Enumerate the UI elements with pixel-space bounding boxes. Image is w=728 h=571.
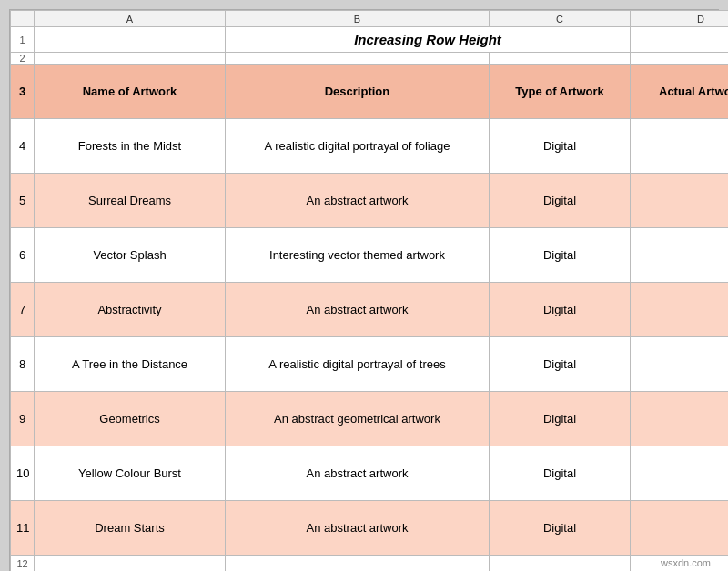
excel-window: A B C D 1 Increasing Row Height 2 bbox=[9, 9, 719, 571]
cell-artwork-5[interactable] bbox=[631, 392, 729, 446]
cell-name-2[interactable]: Vector Splash bbox=[35, 228, 226, 283]
data-header-row: 3 Name of Artwork Description Type of Ar… bbox=[11, 65, 729, 119]
header-name: Name of Artwork bbox=[35, 65, 226, 119]
col-header-d[interactable]: D bbox=[631, 11, 729, 27]
row-num-4: 4 bbox=[11, 119, 35, 174]
title-cell-empty2 bbox=[631, 27, 729, 53]
row-num-11: 11 bbox=[11, 501, 35, 556]
cell-type-5[interactable]: Digital bbox=[490, 392, 631, 446]
row-num-8: 8 bbox=[11, 337, 35, 392]
cell-name-6[interactable]: Yellow Colour Burst bbox=[35, 446, 226, 501]
cell-desc-3[interactable]: An abstract artwork bbox=[226, 283, 490, 337]
cell-type-1[interactable]: Digital bbox=[490, 174, 631, 228]
title-cell: Increasing Row Height bbox=[226, 27, 631, 53]
data-row-7: 7AbstractivityAn abstract artworkDigital bbox=[11, 283, 729, 337]
cell-artwork-0[interactable] bbox=[631, 119, 729, 174]
cell-name-1[interactable]: Surreal Dreams bbox=[35, 174, 226, 228]
spacer-row-2: 2 bbox=[11, 53, 729, 65]
data-row-6: 6Vector SplashInteresting vector themed … bbox=[11, 228, 729, 283]
watermark: wsxdn.com bbox=[661, 557, 711, 568]
column-header-row: A B C D bbox=[11, 11, 729, 27]
bottom-spacer-row: 12 bbox=[11, 556, 729, 572]
cell-artwork-4[interactable] bbox=[631, 337, 729, 392]
data-row-8: 8A Tree in the DistanceA realistic digit… bbox=[11, 337, 729, 392]
cell-type-2[interactable]: Digital bbox=[490, 228, 631, 283]
cell-artwork-3[interactable] bbox=[631, 283, 729, 337]
data-row-11: 11Dream StartsAn abstract artworkDigital bbox=[11, 501, 729, 556]
corner-cell bbox=[11, 11, 35, 27]
cell-artwork-2[interactable] bbox=[631, 228, 729, 283]
cell-artwork-1[interactable] bbox=[631, 174, 729, 228]
cell-desc-4[interactable]: A realistic digital portrayal of trees bbox=[226, 337, 490, 392]
cell-name-0[interactable]: Forests in the Midst bbox=[35, 119, 226, 174]
data-row-10: 10Yellow Colour BurstAn abstract artwork… bbox=[11, 446, 729, 501]
cell-name-3[interactable]: Abstractivity bbox=[35, 283, 226, 337]
data-row-4: 4Forests in the MidstA realistic digital… bbox=[11, 119, 729, 174]
header-type: Type of Artwork bbox=[490, 65, 631, 119]
row-num-10: 10 bbox=[11, 446, 35, 501]
cell-type-7[interactable]: Digital bbox=[490, 501, 631, 556]
row-num-3: 3 bbox=[11, 65, 35, 119]
cell-type-3[interactable]: Digital bbox=[490, 283, 631, 337]
cell-type-0[interactable]: Digital bbox=[490, 119, 631, 174]
row-num-7: 7 bbox=[11, 283, 35, 337]
col-header-b[interactable]: B bbox=[226, 11, 490, 27]
header-artwork: Actual Artwork bbox=[631, 65, 729, 119]
row-num-9: 9 bbox=[11, 392, 35, 446]
cell-desc-0[interactable]: A realistic digital portrayal of foliage bbox=[226, 119, 490, 174]
title-row: 1 Increasing Row Height bbox=[11, 27, 729, 53]
cell-artwork-7[interactable] bbox=[631, 501, 729, 556]
cell-desc-7[interactable]: An abstract artwork bbox=[226, 501, 490, 556]
cell-type-6[interactable]: Digital bbox=[490, 446, 631, 501]
cell-name-5[interactable]: Geometrics bbox=[35, 392, 226, 446]
col-header-a[interactable]: A bbox=[35, 11, 226, 27]
row-num-6: 6 bbox=[11, 228, 35, 283]
col-header-c[interactable]: C bbox=[490, 11, 631, 27]
row-num-1: 1 bbox=[11, 27, 35, 53]
cell-desc-2[interactable]: Interesting vector themed artwork bbox=[226, 228, 490, 283]
header-description: Description bbox=[226, 65, 490, 119]
data-row-5: 5Surreal DreamsAn abstract artworkDigita… bbox=[11, 174, 729, 228]
cell-desc-5[interactable]: An abstract geometrical artwork bbox=[226, 392, 490, 446]
row-num-5: 5 bbox=[11, 174, 35, 228]
cell-type-4[interactable]: Digital bbox=[490, 337, 631, 392]
spreadsheet: A B C D 1 Increasing Row Height 2 bbox=[10, 10, 728, 571]
title-cell-empty bbox=[35, 27, 226, 53]
cell-desc-6[interactable]: An abstract artwork bbox=[226, 446, 490, 501]
cell-artwork-6[interactable] bbox=[631, 446, 729, 501]
cell-name-4[interactable]: A Tree in the Distance bbox=[35, 337, 226, 392]
data-row-9: 9GeometricsAn abstract geometrical artwo… bbox=[11, 392, 729, 446]
cell-desc-1[interactable]: An abstract artwork bbox=[226, 174, 490, 228]
row-num-2: 2 bbox=[11, 53, 35, 65]
cell-name-7[interactable]: Dream Starts bbox=[35, 501, 226, 556]
